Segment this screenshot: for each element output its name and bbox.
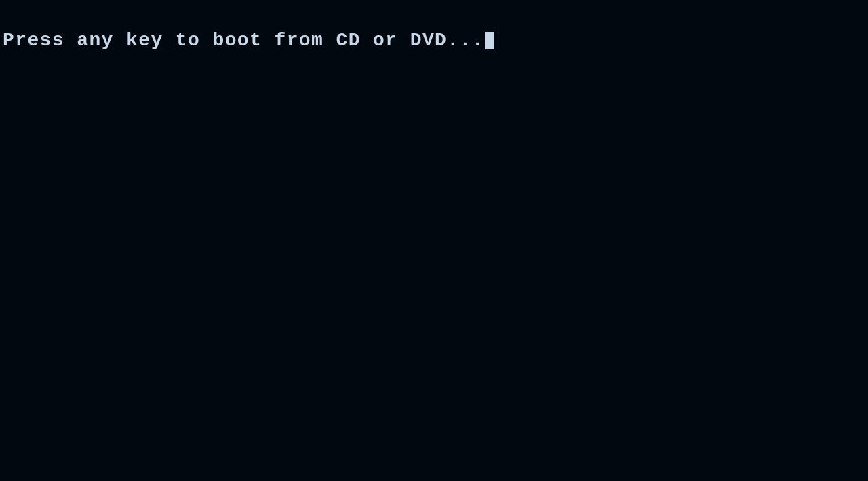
cursor-blink (485, 32, 494, 49)
boot-screen: Press any key to boot from CD or DVD... (0, 0, 868, 481)
boot-prompt-text: Press any key to boot from CD or DVD... (3, 30, 494, 51)
boot-message-label: Press any key to boot from CD or DVD... (3, 30, 484, 51)
